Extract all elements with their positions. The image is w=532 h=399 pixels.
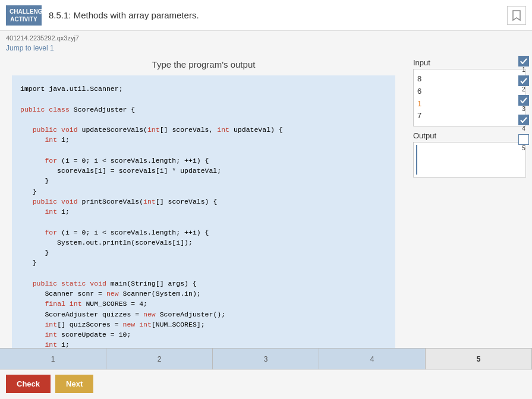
check-num-5: 5 (522, 145, 525, 151)
input-box: 8 6 1 7 (413, 69, 526, 126)
check-box-5[interactable] (518, 134, 529, 145)
challenge-badge: CHALLENGE ACTIVITY (6, 5, 42, 26)
check-item-5: 5 (518, 134, 529, 151)
check-num-1: 1 (522, 66, 525, 73)
side-checks: 1 2 3 4 5 (515, 53, 532, 153)
input-value-4: 7 (417, 110, 522, 122)
check-box-1[interactable] (518, 56, 529, 66)
next-button[interactable]: Next (55, 375, 93, 393)
progress-bar: 1 2 3 4 5 (0, 348, 532, 369)
code-section: Type the program's output import java.ut… (0, 53, 407, 348)
progress-segment-4[interactable]: 4 (319, 349, 426, 369)
check-item-2: 2 (518, 75, 529, 93)
input-value-2: 6 (417, 86, 522, 98)
page-title: 8.5.1: Methods with array parameters. (49, 10, 507, 20)
activity-id: 401214.2235292.qx3zyj7 (6, 34, 79, 42)
input-label: Input (413, 58, 526, 67)
output-box (413, 142, 526, 178)
check-num-2: 2 (522, 86, 525, 93)
bookmark-icon[interactable] (507, 6, 526, 25)
bottom-bar: Check Next (0, 369, 532, 398)
check-box-3[interactable] (518, 95, 529, 106)
main-content: Type the program's output import java.ut… (0, 53, 532, 348)
progress-segment-1[interactable]: 1 (0, 349, 106, 369)
output-textarea[interactable] (416, 145, 523, 175)
check-num-3: 3 (522, 106, 525, 112)
check-button[interactable]: Check (6, 375, 51, 393)
check-item-3: 3 (518, 95, 529, 112)
check-box-4[interactable] (518, 115, 529, 125)
progress-segment-5[interactable]: 5 (426, 349, 532, 369)
check-item-4: 4 (518, 115, 529, 132)
input-value-3: 1 (417, 98, 522, 110)
right-panel: Input 8 6 1 7 Output (407, 53, 532, 348)
code-block: import java.util.Scanner; public class S… (12, 75, 395, 348)
subheader: 401214.2235292.qx3zyj7 (0, 31, 532, 43)
check-box-2[interactable] (518, 75, 529, 86)
jump-to-level[interactable]: Jump to level 1 (0, 43, 532, 53)
input-value-1: 8 (417, 73, 522, 86)
check-item-1: 1 (518, 56, 529, 73)
progress-segment-2[interactable]: 2 (106, 349, 213, 369)
header: CHALLENGE ACTIVITY 8.5.1: Methods with a… (0, 0, 532, 31)
output-label: Output (413, 131, 526, 140)
section-title: Type the program's output (12, 59, 395, 69)
progress-segment-3[interactable]: 3 (213, 349, 319, 369)
check-num-4: 4 (522, 125, 525, 132)
